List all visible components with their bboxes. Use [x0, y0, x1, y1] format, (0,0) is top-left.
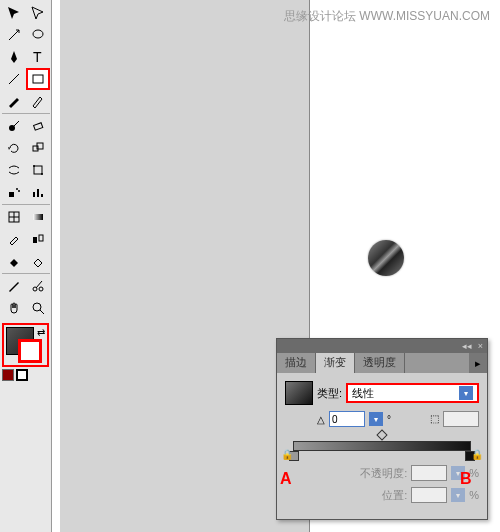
tool-scissors[interactable]: [26, 275, 50, 297]
tool-graph[interactable]: [26, 181, 50, 203]
panel-titlebar[interactable]: ◂◂ ×: [277, 339, 487, 353]
svg-point-0: [33, 30, 43, 38]
aspect-field: [443, 411, 479, 427]
tool-symbol-sprayer[interactable]: [2, 181, 26, 203]
svg-text:T: T: [33, 49, 42, 65]
svg-rect-17: [41, 194, 43, 197]
angle-dropdown-icon[interactable]: ▾: [369, 412, 383, 426]
tool-lasso[interactable]: [26, 24, 50, 46]
svg-rect-12: [9, 192, 14, 197]
svg-rect-21: [33, 214, 43, 220]
mini-fill[interactable]: [2, 369, 14, 381]
svg-point-13: [16, 188, 18, 190]
tool-warp[interactable]: [2, 159, 26, 181]
panel-menu-icon[interactable]: ▸: [469, 353, 487, 373]
svg-line-28: [40, 310, 44, 314]
panel-tabs: 描边 渐变 透明度 ▸: [277, 353, 487, 373]
callout-a: A: [280, 470, 292, 488]
mini-stroke[interactable]: [16, 369, 28, 381]
tab-gradient[interactable]: 渐变: [316, 353, 355, 373]
opacity-field: [411, 465, 447, 481]
tool-pencil[interactable]: [26, 90, 50, 112]
tool-pen[interactable]: [2, 46, 26, 68]
gradient-panel: ◂◂ × 描边 渐变 透明度 ▸ 类型: 线性 ▾ △ 0 ▾ ° ⬚: [276, 338, 488, 520]
tool-slice[interactable]: [2, 275, 26, 297]
gradient-slider[interactable]: 🔒 🔒: [285, 435, 479, 457]
degree-suffix: °: [387, 414, 391, 425]
svg-point-25: [39, 287, 43, 291]
tool-mesh[interactable]: [2, 206, 26, 228]
tool-live-select[interactable]: [26, 250, 50, 272]
type-label: 类型:: [317, 386, 342, 401]
svg-point-14: [18, 190, 20, 192]
tool-selection[interactable]: [2, 2, 26, 24]
tool-paintbrush[interactable]: [2, 90, 26, 112]
location-dropdown-icon: ▾: [451, 488, 465, 502]
color-swatch-area: ⇄: [2, 323, 49, 367]
aspect-lock-icon[interactable]: ⬚: [427, 411, 441, 425]
location-field: [411, 487, 447, 503]
svg-line-5: [14, 121, 19, 126]
svg-rect-15: [33, 192, 35, 197]
tool-magic-wand[interactable]: [2, 24, 26, 46]
tab-stroke[interactable]: 描边: [277, 353, 316, 373]
swap-icon[interactable]: ⇄: [37, 327, 45, 338]
tool-scale[interactable]: [26, 137, 50, 159]
svg-rect-9: [34, 166, 42, 174]
gradient-track[interactable]: [293, 441, 471, 451]
gradient-preview[interactable]: [285, 381, 313, 405]
watermark: 思缘设计论坛 WWW.MISSYUAN.COM: [284, 8, 490, 25]
type-dropdown[interactable]: 线性 ▾: [346, 383, 479, 403]
opacity-label: 不透明度:: [285, 466, 407, 481]
callout-b: B: [460, 470, 472, 488]
toolbox: T ⇄: [0, 0, 52, 532]
tool-line[interactable]: [2, 68, 26, 90]
location-unit: %: [469, 489, 479, 501]
tool-zoom[interactable]: [26, 297, 50, 319]
svg-rect-3: [33, 75, 43, 83]
tool-eyedropper[interactable]: [2, 228, 26, 250]
svg-rect-22: [33, 237, 37, 243]
artboard-grey: [60, 0, 310, 532]
svg-rect-16: [37, 189, 39, 197]
svg-point-10: [33, 165, 35, 167]
angle-field[interactable]: 0: [329, 411, 365, 427]
collapse-icon[interactable]: ◂◂: [462, 341, 472, 351]
svg-line-2: [9, 74, 19, 84]
tool-rectangle[interactable]: [26, 68, 50, 90]
tool-live-paint[interactable]: [2, 250, 26, 272]
tool-direct-selection[interactable]: [26, 2, 50, 24]
mini-swatches: [2, 369, 49, 381]
type-value: 线性: [352, 386, 374, 401]
tool-eraser[interactable]: [26, 115, 50, 137]
svg-rect-6: [34, 123, 43, 130]
screw-object[interactable]: [368, 240, 404, 276]
tool-rotate[interactable]: [2, 137, 26, 159]
midpoint-diamond-icon[interactable]: [376, 429, 387, 440]
tool-blob[interactable]: [2, 115, 26, 137]
dropdown-icon[interactable]: ▾: [459, 386, 473, 400]
tool-blend[interactable]: [26, 228, 50, 250]
tool-hand[interactable]: [2, 297, 26, 319]
lock-left-icon[interactable]: 🔒: [281, 449, 293, 460]
close-icon[interactable]: ×: [478, 341, 483, 351]
tool-type[interactable]: T: [26, 46, 50, 68]
svg-point-11: [41, 173, 43, 175]
stroke-swatch[interactable]: [18, 339, 42, 363]
tool-free-transform[interactable]: [26, 159, 50, 181]
svg-rect-23: [39, 235, 43, 241]
lock-right-icon[interactable]: 🔒: [471, 449, 483, 460]
tab-transparency[interactable]: 透明度: [355, 353, 405, 373]
svg-point-27: [33, 303, 41, 311]
location-label: 位置:: [285, 488, 407, 503]
tool-gradient[interactable]: [26, 206, 50, 228]
angle-icon: △: [317, 414, 325, 425]
